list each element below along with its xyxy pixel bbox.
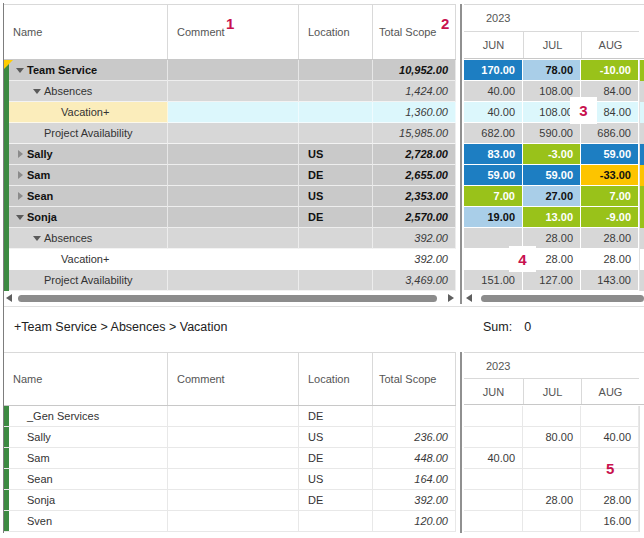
month-value-cell[interactable] (464, 469, 523, 490)
row-comment-cell[interactable] (168, 511, 299, 532)
table-row-months[interactable]: 170.0078.00-10.00 (464, 60, 644, 81)
month-header-jul[interactable]: JUL (523, 379, 581, 404)
row-total-scope-cell[interactable]: 1,424.00 (373, 81, 456, 102)
row-name-cell[interactable]: Project Availability (4, 270, 168, 291)
month-value-cell[interactable]: 83.00 (464, 144, 523, 165)
row-total-scope-cell[interactable]: 2,570.00 (373, 207, 456, 228)
table-row[interactable]: Project Availability3,469.00 (4, 270, 456, 291)
panel-splitter[interactable] (460, 352, 462, 533)
expand-toggle[interactable] (13, 150, 27, 158)
month-value-cell[interactable] (464, 490, 523, 511)
row-comment-cell[interactable] (168, 228, 299, 249)
table-row[interactable]: SonjaDE392.00 (4, 490, 456, 511)
row-total-scope-cell[interactable]: 392.00 (373, 490, 456, 511)
table-row-months[interactable]: 40.00108.0084.00 (464, 102, 644, 123)
table-row-months[interactable]: 40.00 (464, 448, 644, 469)
row-total-scope-cell[interactable] (373, 406, 456, 427)
row-total-scope-cell[interactable]: 2,655.00 (373, 165, 456, 186)
table-row-months[interactable]: 28.0028.00 (464, 249, 644, 270)
collapse-toggle[interactable] (13, 68, 27, 73)
row-name-cell[interactable]: Sean (4, 469, 168, 490)
table-row[interactable]: Vacation+392.00 (4, 249, 456, 270)
row-comment-cell[interactable] (168, 81, 299, 102)
row-comment-cell[interactable] (168, 186, 299, 207)
month-header-aug[interactable]: AUG (581, 379, 639, 404)
month-value-cell[interactable]: 28.00 (581, 228, 639, 249)
row-name-cell[interactable]: Project Availability (4, 123, 168, 144)
month-value-cell[interactable]: 590.00 (523, 123, 581, 144)
month-value-cell[interactable] (464, 406, 523, 427)
row-comment-cell[interactable] (168, 270, 299, 291)
collapse-toggle[interactable] (13, 215, 27, 220)
row-name-cell[interactable]: Vacation+ (4, 249, 168, 270)
table-row-months[interactable]: 682.00590.00686.00 (464, 123, 644, 144)
row-location-cell[interactable]: US (299, 469, 373, 490)
row-location-cell[interactable]: DE (299, 490, 373, 511)
row-name-cell[interactable]: Sam (4, 165, 168, 186)
column-header-name[interactable]: Name (4, 353, 168, 405)
table-row-months[interactable] (464, 406, 644, 427)
row-location-cell[interactable] (299, 81, 373, 102)
month-value-cell[interactable] (523, 406, 581, 427)
row-name-cell[interactable]: Sam (4, 448, 168, 469)
month-value-cell[interactable]: 151.00 (464, 270, 523, 291)
row-name-cell[interactable]: Sally (4, 144, 168, 165)
month-value-cell[interactable]: 28.00 (581, 249, 639, 270)
month-value-cell[interactable]: 170.00 (464, 60, 523, 81)
table-row-months[interactable]: 16.00 (464, 511, 644, 532)
month-value-cell[interactable] (523, 511, 581, 532)
table-row[interactable]: Sven120.00 (4, 511, 456, 532)
table-row[interactable]: Absences392.00 (4, 228, 456, 249)
table-row-months[interactable]: 28.0028.00 (464, 228, 644, 249)
row-location-cell[interactable] (299, 249, 373, 270)
collapse-toggle[interactable] (30, 89, 44, 94)
month-value-cell[interactable] (581, 406, 639, 427)
table-row[interactable]: Project Availability15,985.00 (4, 123, 456, 144)
month-value-cell[interactable]: 78.00 (523, 60, 581, 81)
row-comment-cell[interactable] (168, 144, 299, 165)
table-row[interactable]: Absences1,424.00 (4, 81, 456, 102)
row-total-scope-cell[interactable]: 15,985.00 (373, 123, 456, 144)
scrollbar-thumb[interactable] (18, 295, 437, 302)
column-header-location[interactable]: Location (299, 5, 373, 59)
column-header-comment[interactable]: Comment (168, 5, 299, 59)
row-location-cell[interactable] (299, 511, 373, 532)
row-name-cell[interactable]: Team Service (4, 60, 168, 81)
row-location-cell[interactable] (299, 102, 373, 123)
scroll-right-arrow-icon[interactable] (448, 294, 454, 302)
month-value-cell[interactable]: 80.00 (523, 427, 581, 448)
row-name-cell[interactable]: Absences (4, 81, 168, 102)
row-total-scope-cell[interactable]: 120.00 (373, 511, 456, 532)
month-value-cell[interactable] (523, 469, 581, 490)
table-row[interactable]: SeanUS2,353.00 (4, 186, 456, 207)
row-total-scope-cell[interactable]: 10,952.00 (373, 60, 456, 81)
row-total-scope-cell[interactable]: 236.00 (373, 427, 456, 448)
month-value-cell[interactable]: -9.00 (581, 207, 639, 228)
month-value-cell[interactable]: -33.00 (581, 165, 639, 186)
row-total-scope-cell[interactable]: 392.00 (373, 228, 456, 249)
month-value-cell[interactable]: 686.00 (581, 123, 639, 144)
month-value-cell[interactable]: 7.00 (464, 186, 523, 207)
month-header-aug[interactable]: AUG (581, 32, 639, 58)
table-row-months[interactable]: 40.00108.0084.00 (464, 81, 644, 102)
panel-splitter[interactable] (460, 4, 462, 304)
month-value-cell[interactable]: 28.00 (581, 490, 639, 511)
row-name-cell[interactable]: Sally (4, 427, 168, 448)
row-total-scope-cell[interactable]: 1,360.00 (373, 102, 456, 123)
right-panel-hscrollbar[interactable] (464, 292, 644, 304)
row-comment-cell[interactable] (168, 406, 299, 427)
table-row[interactable]: Vacation+1,360.00 (4, 102, 456, 123)
row-comment-cell[interactable] (168, 165, 299, 186)
row-comment-cell[interactable] (168, 427, 299, 448)
row-total-scope-cell[interactable]: 448.00 (373, 448, 456, 469)
month-value-cell[interactable] (523, 448, 581, 469)
table-row[interactable]: SallyUS2,728.00 (4, 144, 456, 165)
table-row[interactable]: _Gen ServicesDE (4, 406, 456, 427)
table-row[interactable]: SeanUS164.00 (4, 469, 456, 490)
scrollbar-thumb[interactable] (481, 295, 644, 302)
row-comment-cell[interactable] (168, 102, 299, 123)
row-location-cell[interactable]: US (299, 186, 373, 207)
table-row[interactable]: SamDE448.00 (4, 448, 456, 469)
row-comment-cell[interactable] (168, 490, 299, 511)
row-location-cell[interactable]: DE (299, 207, 373, 228)
